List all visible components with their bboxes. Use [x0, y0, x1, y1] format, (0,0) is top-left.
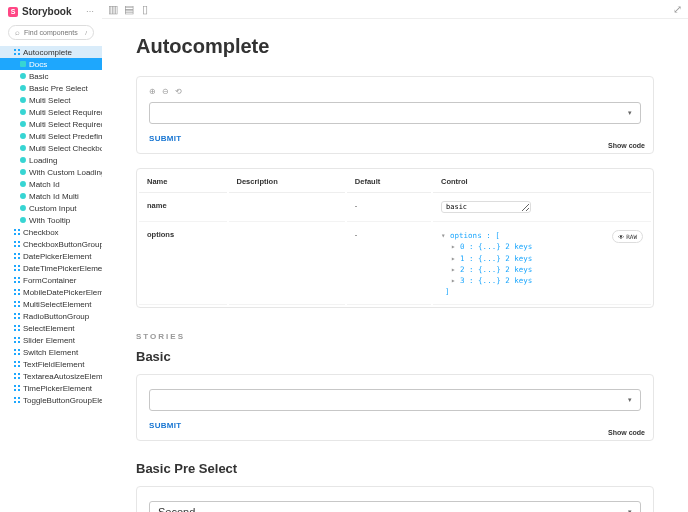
tree-story-item[interactable]: Loading: [0, 154, 102, 166]
args-row: options-👁RAW▾ options : [▸ 0 : {...} 2 k…: [139, 224, 651, 305]
show-code-button[interactable]: Show code: [608, 142, 645, 149]
story-icon: [20, 205, 26, 211]
story-title-preselect: Basic Pre Select: [136, 461, 654, 476]
story-icon: [20, 169, 26, 175]
tree-story-item[interactable]: Custom Input: [0, 202, 102, 214]
autocomplete-field-preselect[interactable]: Second ▾: [149, 501, 641, 513]
docs-content: Autocomplete ⊕ ⊖ ⟲ ▾ SUBMIT Show code: [102, 19, 688, 512]
main-panel: ▥ ▤ ▯ ⤢ Autocomplete ⊕ ⊖ ⟲ ▾ SUBMIT Show…: [102, 0, 688, 512]
component-icon: [14, 397, 20, 403]
tree-story-item[interactable]: Multi Select Predefined: [0, 130, 102, 142]
autocomplete-field-basic[interactable]: ▾: [149, 389, 641, 411]
tree-component-item[interactable]: SelectElement: [0, 322, 102, 334]
settings-icon[interactable]: ⋯: [86, 7, 94, 16]
options-control[interactable]: 👁RAW▾ options : [▸ 0 : {...} 2 keys▸ 1 :…: [441, 230, 643, 298]
search-shortcut: /: [85, 30, 87, 36]
search-box[interactable]: ⌕ /: [8, 25, 94, 40]
show-code-button[interactable]: Show code: [608, 429, 645, 436]
component-icon: [14, 361, 20, 367]
arg-default: -: [347, 195, 431, 222]
text-control-input[interactable]: [441, 201, 531, 213]
args-row: name-: [139, 195, 651, 222]
tree-component-item[interactable]: TextareaAutosizeElement: [0, 370, 102, 382]
search-input[interactable]: [24, 29, 81, 36]
tree-component-item[interactable]: ToggleButtonGroupElement: [0, 394, 102, 406]
tree-component-item[interactable]: TextFieldElement: [0, 358, 102, 370]
tree-story-item[interactable]: Basic Pre Select: [0, 82, 102, 94]
component-icon: [14, 241, 20, 247]
submit-button[interactable]: SUBMIT: [149, 421, 181, 430]
story-icon: [20, 181, 26, 187]
story-icon: [20, 133, 26, 139]
args-table: Name Description Default Control name-op…: [136, 168, 654, 308]
tree-component-item[interactable]: DateTimePickerElement: [0, 262, 102, 274]
tree-item-autocomplete[interactable]: Autocomplete: [0, 46, 102, 58]
sidebar-toggle-icon[interactable]: ▥: [108, 4, 118, 14]
tree-story-item[interactable]: Multi Select Required: [0, 106, 102, 118]
tree-story-item[interactable]: Basic: [0, 70, 102, 82]
addons-toggle-icon[interactable]: ▤: [124, 4, 134, 14]
component-icon: [14, 313, 20, 319]
args-header-default: Default: [347, 171, 431, 193]
app-title: Storybook: [22, 6, 71, 17]
panel-toggle-icon[interactable]: ▯: [140, 4, 150, 14]
search-icon: ⌕: [15, 28, 20, 37]
tree-story-item[interactable]: Match Id: [0, 178, 102, 190]
tree-component-item[interactable]: MobileDatePickerElement: [0, 286, 102, 298]
tree-story-item[interactable]: Multi Select Checkbox: [0, 142, 102, 154]
tree-story-item[interactable]: With Tooltip: [0, 214, 102, 226]
component-icon: [14, 49, 20, 55]
component-icon: [14, 229, 20, 235]
zoom-reset-icon[interactable]: ⟲: [175, 87, 182, 96]
submit-button[interactable]: SUBMIT: [149, 134, 181, 143]
component-icon: [14, 349, 20, 355]
arg-default: -: [347, 224, 431, 305]
args-header-control: Control: [433, 171, 651, 193]
story-icon: [20, 217, 26, 223]
tree-component-item[interactable]: TimePickerElement: [0, 382, 102, 394]
component-icon: [14, 253, 20, 259]
component-tree: Autocomplete DocsBasicBasic Pre SelectMu…: [0, 42, 102, 512]
toolbar: ▥ ▤ ▯ ⤢: [102, 0, 688, 19]
eye-icon: 👁: [618, 232, 624, 241]
sidebar: S Storybook ⋯ ⌕ / Autocomplete DocsBasic…: [0, 0, 102, 512]
tree-story-item[interactable]: Multi Select Required Custom: [0, 118, 102, 130]
zoom-in-icon[interactable]: ⊕: [149, 87, 156, 96]
tree-component-item[interactable]: Switch Element: [0, 346, 102, 358]
tree-component-item[interactable]: RadioButtonGroup: [0, 310, 102, 322]
storybook-logo-icon: S: [8, 7, 18, 17]
args-header-name: Name: [139, 171, 227, 193]
primary-story-card: ⊕ ⊖ ⟲ ▾ SUBMIT Show code: [136, 76, 654, 154]
story-icon: [20, 73, 26, 79]
component-icon: [14, 289, 20, 295]
basic-story-card: ▾ SUBMIT Show code: [136, 374, 654, 441]
tree-story-item[interactable]: Multi Select: [0, 94, 102, 106]
fullscreen-icon[interactable]: ⤢: [672, 4, 682, 14]
tree-component-item[interactable]: Checkbox: [0, 226, 102, 238]
story-icon: [20, 145, 26, 151]
tree-component-item[interactable]: Slider Element: [0, 334, 102, 346]
tree-story-item[interactable]: With Custom Loading: [0, 166, 102, 178]
stories-section-label: STORIES: [136, 332, 654, 341]
component-icon: [14, 325, 20, 331]
component-icon: [14, 265, 20, 271]
component-icon: [14, 337, 20, 343]
story-icon: [20, 193, 26, 199]
sidebar-header: S Storybook ⋯: [0, 0, 102, 23]
autocomplete-field[interactable]: ▾: [149, 102, 641, 124]
component-icon: [14, 277, 20, 283]
tree-component-item[interactable]: FormContainer: [0, 274, 102, 286]
tree-component-item[interactable]: MultiSelectElement: [0, 298, 102, 310]
story-icon: [20, 85, 26, 91]
raw-toggle-button[interactable]: 👁RAW: [612, 230, 643, 243]
arg-name: name: [139, 195, 227, 222]
zoom-out-icon[interactable]: ⊖: [162, 87, 169, 96]
story-icon: [20, 97, 26, 103]
tree-story-item[interactable]: Match Id Multi: [0, 190, 102, 202]
tree-component-item[interactable]: DatePickerElement: [0, 250, 102, 262]
tree-component-item[interactable]: CheckboxButtonGroup: [0, 238, 102, 250]
arg-control: [433, 195, 651, 222]
story-icon: [20, 109, 26, 115]
args-header-description: Description: [229, 171, 345, 193]
tree-story-item[interactable]: Docs: [0, 58, 102, 70]
